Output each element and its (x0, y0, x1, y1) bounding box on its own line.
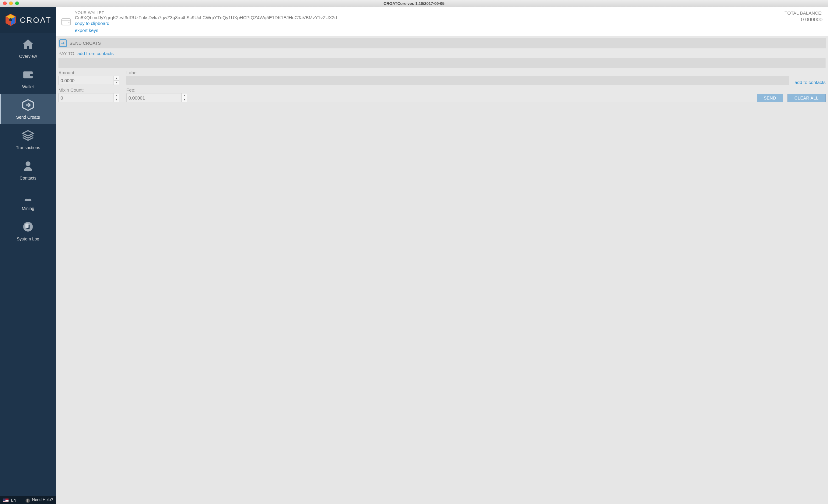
send-button[interactable]: SEND (757, 94, 783, 102)
sidebar-item-contacts[interactable]: Contacts (0, 155, 56, 185)
mixin-input[interactable] (58, 93, 114, 102)
help-link[interactable]: ? Need Help? (26, 497, 53, 503)
copy-clipboard-link[interactable]: copy to clipboard (75, 20, 781, 27)
sidebar-item-label: Wallet (22, 84, 34, 89)
sidebar-item-label: Contacts (19, 176, 36, 180)
label-label: Label (126, 70, 789, 75)
sidebar-item-wallet[interactable]: Wallet (0, 63, 56, 94)
language-code: EN (11, 498, 16, 502)
send-section-icon (59, 39, 67, 47)
amount-input[interactable] (58, 76, 114, 85)
amount-label: Amount: (58, 70, 121, 75)
brand-logo-icon (5, 14, 17, 27)
section-title: SEND CROATS (70, 41, 101, 46)
section-header: SEND CROATS (58, 38, 826, 48)
brand: CROAT (0, 7, 56, 33)
sidebar-footer: EN ? Need Help? (0, 496, 56, 504)
fee-label: Fee: (126, 87, 189, 92)
balance-value: 0.000000 (784, 17, 823, 23)
home-icon (22, 38, 34, 51)
fee-input[interactable] (126, 93, 182, 102)
balance-label: TOTAL BALANCE: (784, 10, 823, 15)
add-to-contacts-link[interactable]: add to contacts (794, 80, 826, 85)
pay-to-input[interactable] (58, 58, 826, 68)
help-icon: ? (26, 499, 30, 503)
person-icon (22, 160, 34, 173)
main-content: YOUR WALLET Cn8XQLmdJyYgrqK2evt3dRUzFnks… (56, 7, 828, 504)
sidebar-item-label: System Log (17, 237, 39, 241)
close-window-button[interactable] (3, 2, 7, 5)
add-from-contacts-link[interactable]: add from contacts (77, 51, 114, 56)
flag-us-icon (3, 499, 8, 502)
help-link-label: Need Help? (32, 497, 53, 502)
send-form: PAY TO: add from contacts Amount: ▴▾ Lab… (56, 48, 828, 102)
sidebar-item-label: Overview (19, 54, 37, 59)
mining-icon (22, 190, 34, 204)
svg-point-4 (9, 18, 12, 21)
svg-rect-13 (62, 19, 71, 25)
svg-point-14 (69, 22, 70, 23)
window-title: CROATCore ver. 1.10/2017-09-05 (0, 1, 828, 6)
clear-all-button[interactable]: CLEAR ALL (788, 94, 826, 102)
pay-to-label: PAY TO: (58, 51, 76, 56)
sidebar-nav: Overview Wallet Send Croats Transactions (0, 33, 56, 496)
sidebar-item-label: Mining (22, 206, 34, 211)
language-switch[interactable]: EN (3, 498, 16, 502)
sidebar-item-mining[interactable]: Mining (0, 185, 56, 215)
zoom-window-button[interactable] (15, 2, 19, 5)
export-keys-link[interactable]: export keys (75, 27, 781, 34)
window-titlebar: CROATCore ver. 1.10/2017-09-05 (0, 0, 828, 7)
mixin-stepper[interactable]: ▴▾ (114, 93, 119, 102)
amount-stepper[interactable]: ▴▾ (114, 76, 119, 85)
svg-rect-6 (30, 74, 34, 76)
wallet-address: Cn8XQLmdJyYgrqK2evt3dRUzFnksDvka7gwZ3q8m… (75, 15, 781, 20)
empty-area (56, 102, 828, 504)
layers-icon (22, 129, 34, 143)
wallet-label: YOUR WALLET (75, 10, 781, 15)
sidebar-item-system-log[interactable]: System Log (0, 215, 56, 246)
sidebar-item-send-croats[interactable]: Send Croats (0, 94, 56, 124)
label-input[interactable] (126, 76, 789, 85)
log-icon (22, 220, 34, 234)
minimize-window-button[interactable] (9, 2, 13, 5)
sidebar-item-transactions[interactable]: Transactions (0, 124, 56, 155)
wallet-icon (22, 68, 34, 82)
send-icon (22, 98, 34, 112)
window-controls (3, 2, 19, 5)
mixin-label: Mixin Count: (58, 87, 121, 92)
wallet-header: YOUR WALLET Cn8XQLmdJyYgrqK2evt3dRUzFnks… (56, 7, 828, 36)
sidebar: CROAT Overview Wallet Send Croats (0, 7, 56, 504)
svg-rect-12 (25, 223, 29, 228)
svg-point-8 (26, 161, 31, 166)
sidebar-item-label: Send Croats (16, 115, 40, 120)
brand-name: CROAT (20, 15, 51, 25)
wallet-header-icon (60, 10, 72, 28)
sidebar-item-label: Transactions (16, 145, 40, 150)
sidebar-item-overview[interactable]: Overview (0, 33, 56, 63)
fee-stepper[interactable]: ▴▾ (182, 93, 187, 102)
svg-point-9 (27, 196, 30, 199)
